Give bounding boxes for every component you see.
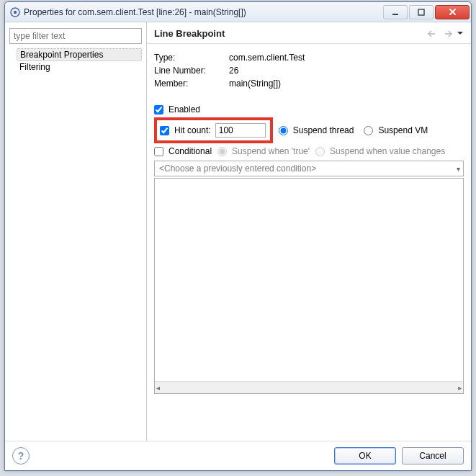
svg-rect-2 xyxy=(392,14,398,15)
enabled-checkbox-label[interactable]: Enabled xyxy=(154,104,200,114)
row-member: Member: main(String[]) xyxy=(154,78,464,89)
suspend-change-radio-label: Suspend when value changes xyxy=(315,146,445,156)
footer-buttons: OK Cancel xyxy=(334,447,464,464)
suspend-thread-radio[interactable] xyxy=(279,126,288,135)
close-button[interactable] xyxy=(435,5,470,19)
nav-back-icon[interactable] xyxy=(428,30,438,38)
row-type: Type: com.sem.client.Test xyxy=(154,53,464,63)
suspend-true-text: Suspend when 'true' xyxy=(232,146,310,156)
window-buttons xyxy=(383,5,470,19)
row-enabled: Enabled xyxy=(154,104,464,114)
line-label: Line Number: xyxy=(154,66,229,76)
hit-count-checkbox[interactable] xyxy=(160,126,169,135)
nav-tree: Breakpoint Properties Filtering xyxy=(9,48,142,73)
suspend-vm-radio-label[interactable]: Suspend VM xyxy=(364,125,428,135)
help-icon[interactable]: ? xyxy=(12,447,30,464)
header-menu-icon[interactable] xyxy=(457,29,464,39)
page-title: Line Breakpoint xyxy=(154,28,225,39)
scroll-right-icon[interactable]: ▸ xyxy=(458,384,462,392)
controls: Enabled Hit count: xyxy=(154,104,464,394)
content-inner: Type: com.sem.client.Test Line Number: 2… xyxy=(147,44,471,441)
line-value: 26 xyxy=(229,66,238,76)
condition-editor[interactable]: ◂ ▸ xyxy=(154,178,464,394)
suspend-change-radio xyxy=(315,147,325,156)
svg-point-1 xyxy=(14,10,17,13)
row-hit-suspend: Hit count: Suspend thread Suspend VM xyxy=(154,117,464,143)
sidebar: Breakpoint Properties Filtering xyxy=(5,22,147,441)
suspend-true-radio-label: Suspend when 'true' xyxy=(217,146,310,156)
type-value: com.sem.client.Test xyxy=(229,53,305,63)
type-label: Type: xyxy=(154,53,229,63)
suspend-vm-radio[interactable] xyxy=(364,126,373,135)
hit-count-highlight: Hit count: xyxy=(154,117,273,143)
row-conditional: Conditional Suspend when 'true' Suspend … xyxy=(154,146,464,156)
member-value: main(String[]) xyxy=(229,78,281,89)
cancel-button[interactable]: Cancel xyxy=(402,447,464,464)
conditional-checkbox[interactable] xyxy=(154,147,163,156)
suspend-vm-text: Suspend VM xyxy=(378,125,428,135)
nav-item-breakpoint-properties[interactable]: Breakpoint Properties xyxy=(17,48,142,61)
row-line: Line Number: 26 xyxy=(154,66,464,76)
condition-combo[interactable]: <Choose a previously entered condition> … xyxy=(154,161,464,176)
suspend-change-text: Suspend when value changes xyxy=(330,146,445,156)
dialog-body: Breakpoint Properties Filtering Line Bre… xyxy=(5,22,471,441)
svg-rect-3 xyxy=(418,9,424,15)
enabled-checkbox[interactable] xyxy=(154,105,163,114)
header-tools xyxy=(428,29,464,39)
filter-input[interactable] xyxy=(9,28,142,44)
enabled-text: Enabled xyxy=(169,104,200,114)
nav-forward-icon[interactable] xyxy=(442,30,452,38)
suspend-thread-radio-label[interactable]: Suspend thread xyxy=(279,125,354,135)
conditional-checkbox-label[interactable]: Conditional xyxy=(154,146,212,156)
conditional-text: Conditional xyxy=(169,146,212,156)
app-icon xyxy=(9,6,21,18)
content-pane: Line Breakpoint Type: com.sem.client.Tes… xyxy=(147,22,471,441)
dialog-footer: ? OK Cancel xyxy=(5,441,471,470)
hit-count-input[interactable] xyxy=(215,123,266,138)
chevron-down-icon: ▾ xyxy=(457,165,460,173)
content-header: Line Breakpoint xyxy=(147,22,471,44)
hit-count-text: Hit count: xyxy=(174,125,211,135)
member-label: Member: xyxy=(154,78,229,89)
titlebar[interactable]: Properties for com.sem.client.Test [line… xyxy=(5,2,471,22)
dialog-window: Properties for com.sem.client.Test [line… xyxy=(4,1,472,471)
ok-button[interactable]: OK xyxy=(334,447,396,464)
minimize-button[interactable] xyxy=(383,5,408,19)
horizontal-scrollbar[interactable]: ◂ ▸ xyxy=(155,381,463,393)
window-title: Properties for com.sem.client.Test [line… xyxy=(24,7,383,17)
suspend-thread-text: Suspend thread xyxy=(293,125,354,135)
maximize-button[interactable] xyxy=(409,5,434,19)
hit-count-checkbox-label[interactable]: Hit count: xyxy=(160,125,211,135)
condition-combo-placeholder: <Choose a previously entered condition> xyxy=(159,163,316,174)
nav-item-filtering[interactable]: Filtering xyxy=(17,61,142,73)
suspend-true-radio xyxy=(217,147,227,156)
scroll-left-icon[interactable]: ◂ xyxy=(156,384,160,392)
